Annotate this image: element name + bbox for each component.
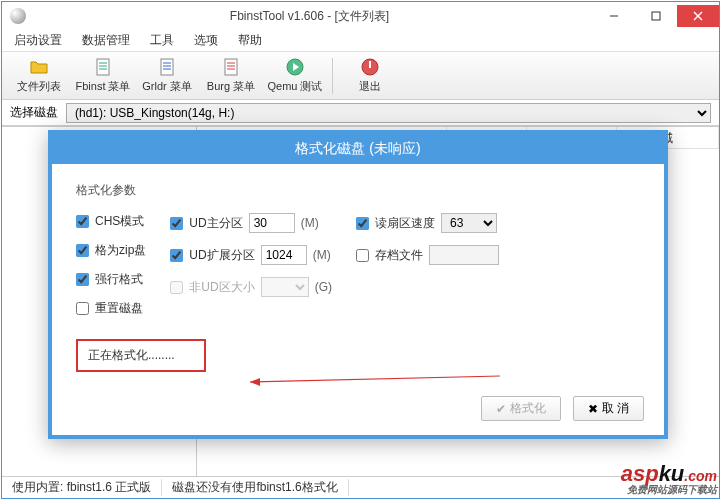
tool-exit[interactable]: 退出 [339,54,401,98]
tool-grldr-menu[interactable]: Grldr 菜单 [136,54,198,98]
dialog-title: 格式化磁盘 (未响应) [52,134,664,164]
svg-line-19 [250,376,500,382]
maximize-button[interactable] [635,5,677,27]
svg-rect-12 [225,59,237,75]
group-label: 格式化参数 [76,182,640,199]
svg-rect-18 [369,61,371,68]
svg-rect-1 [652,12,660,20]
play-icon [285,57,305,77]
document-icon [93,57,113,77]
tool-file-list[interactable]: 文件列表 [8,54,70,98]
exit-icon [360,57,380,77]
opt-non-ud: 非UD区大小(G) [170,277,332,297]
annotation-arrow-icon [250,374,510,394]
force-checkbox[interactable] [76,273,89,286]
opt-zip[interactable]: 格为zip盘 [76,242,146,259]
svg-rect-4 [97,59,109,75]
reset-checkbox[interactable] [76,302,89,315]
window-title: FbinstTool v1.606 - [文件列表] [26,8,593,25]
opt-chs[interactable]: CHS模式 [76,213,146,230]
format-button: ✔格式化 [481,396,561,421]
opt-reset[interactable]: 重置磁盘 [76,300,146,317]
disk-label: 选择磁盘 [10,104,58,121]
opt-ud-main[interactable]: UD主分区(M) [170,213,332,233]
opt-archive[interactable]: 存档文件 [356,245,499,265]
statusbar: 使用内置: fbinst1.6 正式版 磁盘还没有使用fbinst1.6格式化 [2,476,719,498]
dialog-actions: ✔格式化 ✖取 消 [52,388,664,435]
tool-burg-menu[interactable]: Burg 菜单 [200,54,262,98]
tool-qemu-test[interactable]: Qemu 测试 [264,54,326,98]
archive-checkbox[interactable] [356,249,369,262]
dialog-body: 格式化参数 CHS模式 格为zip盘 强行格式 重置磁盘 UD主分区(M) UD… [52,164,664,388]
titlebar: FbinstTool v1.606 - [文件列表] [2,2,719,30]
document-icon [221,57,241,77]
udext-checkbox[interactable] [170,249,183,262]
nonud-checkbox [170,281,183,294]
opt-read-speed[interactable]: 读扇区速度63 [356,213,499,233]
udmain-checkbox[interactable] [170,217,183,230]
menu-boot[interactable]: 启动设置 [10,30,66,51]
minimize-button[interactable] [593,5,635,27]
opt-ud-ext[interactable]: UD扩展分区(M) [170,245,332,265]
window-controls [593,5,719,27]
folder-icon [29,57,49,77]
udmain-input[interactable] [249,213,295,233]
menu-tools[interactable]: 工具 [146,30,178,51]
app-icon [10,8,26,24]
toolbar: 文件列表 Fbinst 菜单 Grldr 菜单 Burg 菜单 Qemu 测试 … [2,52,719,100]
menu-data[interactable]: 数据管理 [78,30,134,51]
archive-input [429,245,499,265]
status-left: 使用内置: fbinst1.6 正式版 [2,479,162,496]
check-icon: ✔ [496,402,506,416]
nonud-select [261,277,309,297]
status-right: 磁盘还没有使用fbinst1.6格式化 [162,479,348,496]
readspeed-checkbox[interactable] [356,217,369,230]
tool-fbinst-menu[interactable]: Fbinst 菜单 [72,54,134,98]
close-icon: ✖ [588,402,598,416]
format-dialog: 格式化磁盘 (未响应) 格式化参数 CHS模式 格为zip盘 强行格式 重置磁盘… [48,130,668,439]
format-status: 正在格式化........ [76,339,206,372]
zip-checkbox[interactable] [76,244,89,257]
menu-help[interactable]: 帮助 [234,30,266,51]
disk-selector-bar: 选择磁盘 (hd1): USB_Kingston(14g, H:) [2,100,719,126]
opt-force[interactable]: 强行格式 [76,271,146,288]
toolbar-separator [332,58,333,94]
close-button[interactable] [677,5,719,27]
cancel-button[interactable]: ✖取 消 [573,396,644,421]
document-icon [157,57,177,77]
readspeed-select[interactable]: 63 [441,213,497,233]
chs-checkbox[interactable] [76,215,89,228]
menu-options[interactable]: 选项 [190,30,222,51]
disk-select[interactable]: (hd1): USB_Kingston(14g, H:) [66,103,711,123]
svg-rect-8 [161,59,173,75]
menubar: 启动设置 数据管理 工具 选项 帮助 [2,30,719,52]
udext-input[interactable] [261,245,307,265]
watermark: aspku.com 免费网站源码下载站 [621,461,717,497]
